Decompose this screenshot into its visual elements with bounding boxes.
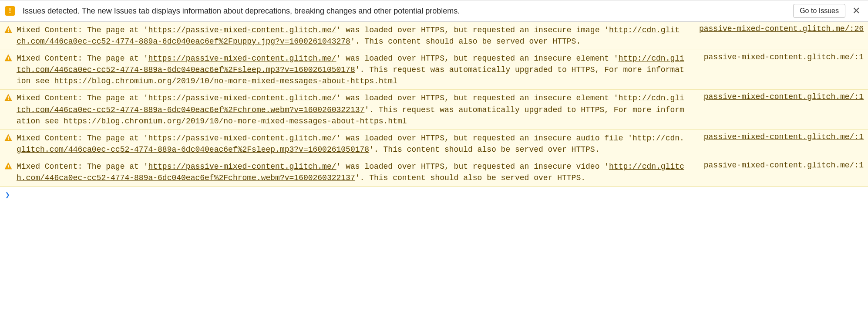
svg-rect-0 — [8, 28, 9, 31]
message-source-link[interactable]: passive-mixed-content.glitch.me/:1 — [704, 161, 864, 170]
svg-rect-4 — [8, 96, 9, 99]
svg-rect-6 — [8, 136, 9, 139]
console-warning-row: Mixed Content: The page at 'https://pass… — [0, 50, 868, 90]
svg-rect-7 — [8, 139, 9, 140]
go-to-issues-button[interactable]: Go to Issues — [793, 4, 845, 18]
message-source-link[interactable]: passive-mixed-content.glitch.me/:26 — [699, 24, 864, 33]
info-url-link[interactable]: https://blog.chromium.org/2019/10/no-mor… — [54, 77, 397, 85]
chevron-right-icon — [5, 190, 10, 199]
page-url-link[interactable]: https://passive-mixed-content.glitch.me/ — [148, 94, 336, 102]
console-warning-row: Mixed Content: The page at 'https://pass… — [0, 130, 868, 158]
console-message-text: Mixed Content: The page at 'https://pass… — [17, 161, 686, 184]
svg-rect-2 — [8, 57, 9, 59]
console-message-text: Mixed Content: The page at 'https://pass… — [17, 24, 682, 47]
svg-rect-1 — [8, 31, 9, 32]
console-warning-row: Mixed Content: The page at 'https://pass… — [0, 90, 868, 129]
page-url-link[interactable]: https://passive-mixed-content.glitch.me/ — [148, 134, 336, 143]
page-url-link[interactable]: https://passive-mixed-content.glitch.me/ — [148, 162, 336, 171]
message-source-link[interactable]: passive-mixed-content.glitch.me/:1 — [704, 53, 864, 61]
svg-rect-5 — [8, 99, 9, 100]
console-message-text: Mixed Content: The page at 'https://pass… — [17, 92, 686, 126]
page-url-link[interactable]: https://passive-mixed-content.glitch.me/ — [148, 54, 336, 63]
console-message-text: Mixed Content: The page at 'https://pass… — [17, 133, 686, 155]
console-message-list: Mixed Content: The page at 'https://pass… — [0, 22, 868, 187]
page-url-link[interactable]: https://passive-mixed-content.glitch.me/ — [148, 26, 336, 34]
info-url-link[interactable]: https://blog.chromium.org/2019/10/no-mor… — [64, 117, 407, 126]
issues-banner: ! Issues detected. The new Issues tab di… — [0, 0, 868, 22]
warning-triangle-icon — [4, 54, 12, 62]
warning-triangle-icon — [4, 162, 12, 170]
svg-rect-9 — [8, 167, 9, 168]
warning-square-icon: ! — [5, 6, 15, 16]
close-icon[interactable]: ✕ — [850, 6, 863, 16]
issues-banner-text: Issues detected. The new Issues tab disp… — [23, 7, 793, 16]
warning-triangle-icon — [4, 26, 12, 34]
message-source-link[interactable]: passive-mixed-content.glitch.me/:1 — [704, 92, 864, 101]
svg-rect-8 — [8, 165, 9, 167]
console-warning-row: Mixed Content: The page at 'https://pass… — [0, 22, 868, 50]
console-message-text: Mixed Content: The page at 'https://pass… — [17, 53, 686, 87]
warning-triangle-icon — [4, 134, 12, 142]
message-source-link[interactable]: passive-mixed-content.glitch.me/:1 — [704, 133, 864, 141]
console-prompt[interactable] — [0, 187, 868, 203]
warning-triangle-icon — [4, 94, 12, 102]
console-warning-row: Mixed Content: The page at 'https://pass… — [0, 158, 868, 187]
svg-rect-3 — [8, 59, 9, 60]
